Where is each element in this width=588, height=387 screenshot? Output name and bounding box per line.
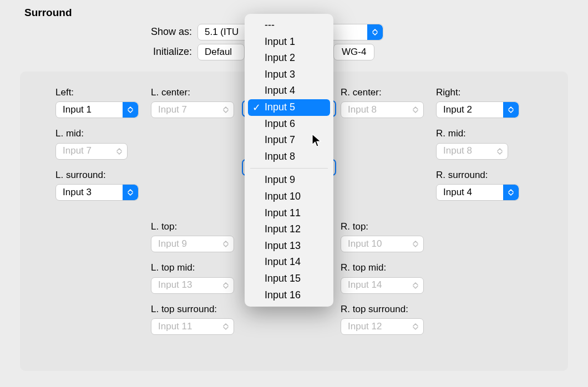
menu-item[interactable]: Input 16 (245, 287, 333, 304)
updown-icon (408, 102, 423, 118)
wg4-button[interactable]: WG-4 (333, 44, 374, 60)
r-top-surround-label: R. top surround: (341, 304, 435, 315)
r-top-popup[interactable]: Input 10 (341, 236, 424, 252)
menu-item[interactable]: Input 10 (245, 189, 333, 205)
r-top-value: Input 10 (348, 238, 382, 249)
field-r-surround: R. surround: Input 4 (436, 170, 530, 201)
r-surround-popup[interactable]: Input 4 (436, 184, 519, 201)
updown-icon (218, 102, 234, 118)
l-top-mid-value: Input 13 (158, 279, 192, 291)
menu-item[interactable]: Input 14 (245, 254, 333, 271)
field-right: Right: Input 2 (436, 87, 530, 118)
l-surround-popup[interactable]: Input 3 (55, 184, 139, 201)
menu-separator (250, 168, 328, 169)
check-icon: ✓ (252, 102, 261, 114)
menu-item[interactable]: Input 3 (245, 67, 333, 83)
l-top-popup[interactable]: Input 9 (151, 236, 234, 252)
show-as-label: Show as: (0, 26, 197, 38)
r-top-mid-value: Input 14 (348, 279, 382, 291)
updown-icon (367, 24, 383, 40)
initialize-value: Defaul (205, 47, 232, 58)
menu-item[interactable]: Input 1 (245, 34, 333, 50)
field-l-top: L. top: Input 9 (151, 221, 245, 252)
field-r-top-surround: R. top surround: Input 12 (341, 304, 435, 335)
field-r-top-mid: R. top mid: Input 14 (341, 262, 435, 293)
l-top-mid-label: L. top mid: (151, 262, 245, 273)
r-surround-label: R. surround: (436, 170, 530, 181)
l-top-surround-popup[interactable]: Input 11 (151, 318, 234, 335)
r-center-popup[interactable]: Input 8 (341, 101, 424, 118)
l-surround-label: L. surround: (55, 170, 150, 181)
right-label: Right: (436, 87, 530, 98)
l-top-surround-value: Input 11 (158, 321, 192, 332)
menu-item[interactable]: Input 8 (245, 149, 333, 165)
menu-item[interactable]: Input 15 (245, 271, 333, 287)
menu-item[interactable]: Input 9 (245, 172, 333, 189)
initialize-label: Initialize: (0, 46, 197, 58)
r-center-value: Input 8 (348, 104, 377, 115)
input-dropdown-menu[interactable]: ---Input 1Input 2Input 3Input 4✓Input 5I… (245, 14, 333, 307)
left-value: Input 1 (63, 104, 92, 115)
wg4-button-label: WG-4 (342, 47, 366, 58)
field-l-mid: L. mid: Input 7 (55, 128, 150, 159)
r-top-label: R. top: (341, 221, 435, 232)
updown-icon (111, 144, 127, 159)
cursor-icon (312, 134, 323, 148)
right-value: Input 2 (443, 104, 472, 115)
l-center-value: Input 7 (158, 104, 187, 115)
updown-icon (218, 278, 234, 293)
r-surround-value: Input 4 (443, 187, 472, 198)
r-top-mid-popup[interactable]: Input 14 (341, 277, 424, 294)
menu-item[interactable]: --- (245, 17, 333, 34)
l-mid-label: L. mid: (55, 128, 150, 139)
updown-icon (218, 319, 234, 334)
menu-item[interactable]: Input 4 (245, 83, 333, 99)
field-l-top-surround: L. top surround: Input 11 (151, 304, 245, 335)
updown-icon (408, 319, 423, 334)
r-top-surround-value: Input 12 (348, 321, 382, 332)
r-mid-popup[interactable]: Input 8 (436, 143, 508, 160)
r-top-surround-popup[interactable]: Input 12 (341, 318, 424, 335)
updown-icon (503, 102, 519, 118)
right-popup[interactable]: Input 2 (436, 101, 519, 118)
menu-item[interactable]: Input 11 (245, 205, 333, 222)
updown-icon (492, 144, 508, 159)
l-center-label: L. center: (151, 87, 245, 98)
left-label: Left: (55, 87, 150, 98)
updown-icon (123, 185, 138, 200)
updown-icon (123, 102, 138, 118)
r-mid-value: Input 8 (443, 145, 472, 156)
field-left: Left: Input 1 (55, 87, 150, 118)
field-l-surround: L. surround: Input 3 (55, 170, 150, 201)
l-mid-value: Input 7 (63, 145, 92, 156)
left-popup[interactable]: Input 1 (55, 101, 139, 118)
l-top-surround-label: L. top surround: (151, 304, 245, 315)
show-as-value: 5.1 (ITU (205, 27, 239, 38)
menu-item[interactable]: Input 12 (245, 221, 333, 238)
field-r-top: R. top: Input 10 (341, 221, 435, 252)
field-l-top-mid: L. top mid: Input 13 (151, 262, 245, 293)
l-mid-popup[interactable]: Input 7 (55, 143, 128, 160)
field-l-center: L. center: Input 7 (151, 87, 245, 118)
l-center-popup[interactable]: Input 7 (151, 101, 234, 118)
menu-item[interactable]: ✓Input 5 (248, 99, 330, 116)
l-surround-value: Input 3 (63, 187, 92, 198)
updown-icon (503, 185, 519, 200)
menu-item[interactable]: Input 6 (245, 116, 333, 133)
r-top-mid-label: R. top mid: (341, 262, 435, 273)
field-r-mid: R. mid: Input 8 (436, 128, 530, 159)
l-top-mid-popup[interactable]: Input 13 (151, 277, 234, 294)
updown-icon (218, 236, 234, 252)
l-top-value: Input 9 (158, 238, 187, 249)
menu-item[interactable]: Input 2 (245, 50, 333, 67)
updown-icon (408, 236, 423, 252)
initialize-popup[interactable]: Defaul (197, 44, 245, 60)
r-mid-label: R. mid: (436, 128, 530, 139)
menu-item[interactable]: Input 13 (245, 238, 333, 254)
field-r-center: R. center: Input 8 (341, 87, 435, 118)
r-center-label: R. center: (341, 87, 435, 98)
l-top-label: L. top: (151, 221, 245, 232)
updown-icon (408, 278, 423, 293)
